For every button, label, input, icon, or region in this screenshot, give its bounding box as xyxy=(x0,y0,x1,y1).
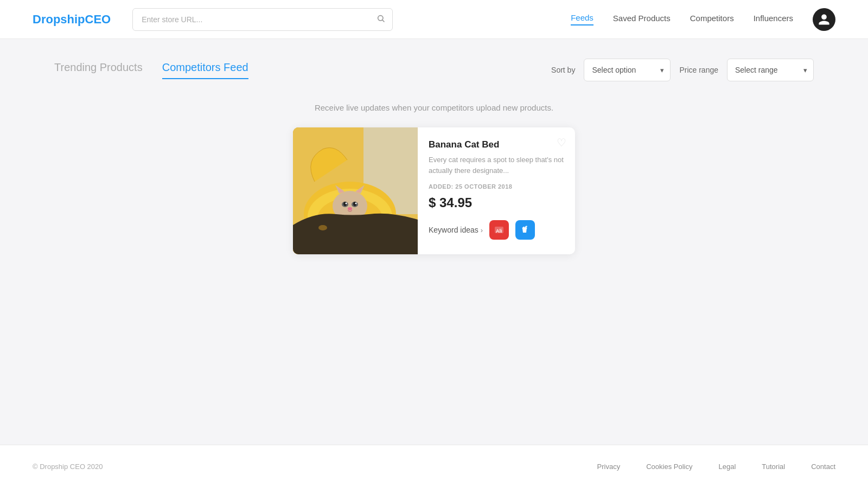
main-nav: Feeds Saved Products Competitors Influen… xyxy=(571,13,793,25)
product-card-wrap: ♡ Banana Cat Bed Every cat requires a sp… xyxy=(54,127,814,254)
product-card: ♡ Banana Cat Bed Every cat requires a sp… xyxy=(293,127,575,254)
tab-competitors-feed[interactable]: Competitors Feed xyxy=(162,61,248,79)
footer-link-tutorial[interactable]: Tutorial xyxy=(762,463,785,471)
product-image-svg xyxy=(293,127,418,254)
footer-link-contact[interactable]: Contact xyxy=(811,463,835,471)
keyword-ideas-link[interactable]: Keyword ideas › xyxy=(429,226,483,234)
chevron-right-icon: › xyxy=(481,226,483,234)
shopify-button[interactable] xyxy=(515,220,535,240)
logo[interactable]: DropshipCEO xyxy=(33,12,111,27)
nav-item-saved-products[interactable]: Saved Products xyxy=(613,14,671,25)
svg-point-18 xyxy=(346,203,347,204)
product-info: ♡ Banana Cat Bed Every cat requires a sp… xyxy=(418,127,575,254)
footer-link-privacy[interactable]: Privacy xyxy=(597,463,621,471)
search-bar xyxy=(132,8,393,31)
nav-item-influencers[interactable]: Influencers xyxy=(754,14,793,25)
logo-text: Dropship xyxy=(33,12,85,26)
tab-trending-products[interactable]: Trending Products xyxy=(54,61,143,79)
footer-copyright: © Dropship CEO 2020 xyxy=(33,463,103,471)
header: DropshipCEO Feeds Saved Products Competi… xyxy=(0,0,868,39)
avatar[interactable] xyxy=(813,8,835,31)
aliexpress-icon: Ali xyxy=(494,224,505,235)
aliexpress-button[interactable]: Ali xyxy=(489,220,509,240)
nav-item-feeds[interactable]: Feeds xyxy=(571,13,593,25)
svg-text:Ali: Ali xyxy=(496,228,502,234)
nav-item-competitors[interactable]: Competitors xyxy=(690,14,734,25)
sort-select-wrap: Select option xyxy=(584,59,671,81)
logo-accent: CEO xyxy=(85,12,111,26)
footer-link-cookies[interactable]: Cookies Policy xyxy=(646,463,692,471)
svg-line-1 xyxy=(382,20,384,22)
keyword-ideas-label: Keyword ideas xyxy=(429,226,478,234)
footer: © Dropship CEO 2020 Privacy Cookies Poli… xyxy=(0,445,868,488)
tabs-and-filters: Trending Products Competitors Feed Sort … xyxy=(54,59,814,81)
sort-label: Sort by xyxy=(551,66,575,74)
price-select[interactable]: Select range xyxy=(727,59,814,81)
product-price: $ 34.95 xyxy=(429,195,564,210)
product-description: Every cat requires a spot to sleep that'… xyxy=(429,155,564,176)
price-select-wrap: Select range xyxy=(727,59,814,81)
search-icon xyxy=(376,14,385,25)
product-actions: Keyword ideas › Ali xyxy=(429,220,564,240)
live-notice: Receive live updates when your competito… xyxy=(54,103,814,112)
svg-point-21 xyxy=(318,225,327,230)
search-input[interactable] xyxy=(132,8,393,31)
footer-link-legal[interactable]: Legal xyxy=(719,463,736,471)
sort-select[interactable]: Select option xyxy=(584,59,671,81)
tabs: Trending Products Competitors Feed xyxy=(54,61,551,79)
svg-point-20 xyxy=(348,207,352,210)
filters: Sort by Select option Price range Select… xyxy=(551,59,814,81)
svg-point-19 xyxy=(355,203,357,204)
main-content: Trending Products Competitors Feed Sort … xyxy=(0,39,868,445)
heart-button[interactable]: ♡ xyxy=(557,136,566,149)
product-added-date: ADDED: 25 OCTOBER 2018 xyxy=(429,183,564,190)
footer-links: Privacy Cookies Policy Legal Tutorial Co… xyxy=(597,463,835,471)
product-image xyxy=(293,127,418,254)
price-label: Price range xyxy=(679,66,718,74)
shopify-icon xyxy=(520,224,531,235)
product-title: Banana Cat Bed xyxy=(429,139,564,150)
